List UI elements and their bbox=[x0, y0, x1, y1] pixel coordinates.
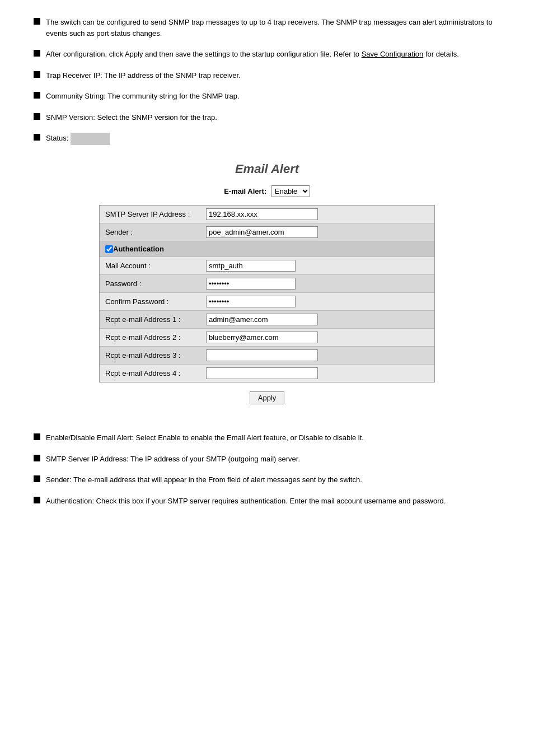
bottom-bullet-icon-3 bbox=[34, 475, 40, 482]
bullet-item-5: SNMP Version: Select the SNMP version fo… bbox=[34, 112, 512, 123]
bullet-item-4: Community String: The community string f… bbox=[34, 91, 512, 102]
rcpt2-row: Rcpt e-mail Address 2 : bbox=[100, 329, 434, 347]
top-bullets-section: The switch can be configured to send SNM… bbox=[22, 17, 512, 145]
sender-label: Sender : bbox=[105, 228, 206, 236]
bullet-icon-1 bbox=[34, 18, 40, 25]
bottom-bullet-text-3: Sender: The e-mail address that will app… bbox=[46, 474, 512, 486]
smtp-server-row: SMTP Server IP Address : bbox=[100, 206, 434, 223]
smtp-server-input[interactable] bbox=[206, 208, 318, 220]
authentication-label: Authentication bbox=[113, 245, 214, 253]
bottom-bullet-item-2: SMTP Server IP Address: The IP address o… bbox=[34, 454, 512, 465]
confirm-password-row: Confirm Password : bbox=[100, 293, 434, 311]
bottom-bullet-icon-4 bbox=[34, 497, 40, 503]
bottom-bullets-section: Enable/Disable Email Alert: Select Enabl… bbox=[22, 432, 512, 506]
bottom-bullet-item-3: Sender: The e-mail address that will app… bbox=[34, 474, 512, 486]
confirm-password-input[interactable] bbox=[206, 296, 296, 307]
rcpt4-input[interactable] bbox=[206, 367, 318, 379]
email-alert-title: Email Alert bbox=[99, 162, 435, 176]
bullet-item-2: After configuration, click Apply and the… bbox=[34, 49, 512, 60]
rcpt4-row: Rcpt e-mail Address 4 : bbox=[100, 365, 434, 382]
bullet-text-3: Trap Receiver IP: The IP address of the … bbox=[46, 70, 512, 81]
save-config-link[interactable]: Save Configuration bbox=[362, 50, 424, 58]
sender-input[interactable] bbox=[206, 226, 318, 238]
bottom-bullet-icon-2 bbox=[34, 455, 40, 461]
bullet-item-3: Trap Receiver IP: The IP address of the … bbox=[34, 70, 512, 81]
rcpt1-label: Rcpt e-mail Address 1 : bbox=[105, 315, 206, 324]
bullet-text-2: After configuration, click Apply and the… bbox=[46, 49, 512, 60]
password-label: Password : bbox=[105, 279, 206, 288]
apply-row: Apply bbox=[99, 391, 435, 404]
bullet-text-6: bullet6 Status: bbox=[46, 133, 512, 145]
bullet-text-1: The switch can be configured to send SNM… bbox=[46, 17, 512, 39]
bullet-icon-3 bbox=[34, 71, 40, 78]
authentication-checkbox[interactable] bbox=[105, 245, 113, 253]
rcpt2-label: Rcpt e-mail Address 2 : bbox=[105, 333, 206, 342]
bullet-icon-5 bbox=[34, 113, 40, 120]
password-input[interactable] bbox=[206, 278, 296, 290]
bullet-text-5: SNMP Version: Select the SNMP version fo… bbox=[46, 112, 512, 123]
mail-account-input[interactable] bbox=[206, 260, 296, 272]
bullet-item-6: bullet6 Status: bbox=[34, 133, 512, 145]
sender-row: Sender : bbox=[100, 223, 434, 241]
rcpt1-input[interactable] bbox=[206, 314, 318, 325]
rcpt4-label: Rcpt e-mail Address 4 : bbox=[105, 369, 206, 377]
bottom-bullet-icon-1 bbox=[34, 433, 40, 440]
rcpt3-label: Rcpt e-mail Address 3 : bbox=[105, 351, 206, 360]
password-row: Password : bbox=[100, 275, 434, 293]
rcpt1-row: Rcpt e-mail Address 1 : bbox=[100, 311, 434, 329]
email-alert-section: Email Alert E-mail Alert: Enable Disable… bbox=[99, 162, 435, 404]
status-gray-box bbox=[71, 133, 110, 145]
bottom-bullet-text-1: Enable/Disable Email Alert: Select Enabl… bbox=[46, 432, 512, 444]
bullet-item-1: The switch can be configured to send SNM… bbox=[34, 17, 512, 39]
bottom-bullet-text-4: Authentication: Check this box if your S… bbox=[46, 496, 512, 507]
email-alert-enable-select[interactable]: Enable Disable bbox=[271, 185, 310, 197]
confirm-password-label: Confirm Password : bbox=[105, 297, 206, 306]
authentication-row: Authentication bbox=[100, 241, 434, 257]
bullet-icon-2 bbox=[34, 50, 40, 57]
email-alert-enable-label: E-mail Alert: bbox=[224, 187, 266, 195]
bottom-bullet-text-2: SMTP Server IP Address: The IP address o… bbox=[46, 454, 512, 465]
email-alert-enable-row: E-mail Alert: Enable Disable bbox=[99, 185, 435, 197]
bottom-bullet-item-1: Enable/Disable Email Alert: Select Enabl… bbox=[34, 432, 512, 444]
mail-account-row: Mail Account : bbox=[100, 257, 434, 275]
rcpt3-input[interactable] bbox=[206, 349, 318, 361]
rcpt3-row: Rcpt e-mail Address 3 : bbox=[100, 347, 434, 365]
bullet-text-4: Community String: The community string f… bbox=[46, 91, 512, 102]
bullet-icon-4 bbox=[34, 92, 40, 99]
apply-button[interactable]: Apply bbox=[250, 391, 285, 404]
mail-account-label: Mail Account : bbox=[105, 262, 206, 270]
smtp-server-label: SMTP Server IP Address : bbox=[105, 210, 206, 218]
email-form-container: SMTP Server IP Address : Sender : Authen… bbox=[99, 205, 435, 382]
rcpt2-input[interactable] bbox=[206, 332, 318, 343]
bottom-bullet-item-4: Authentication: Check this box if your S… bbox=[34, 496, 512, 507]
bullet-icon-6 bbox=[34, 134, 40, 141]
